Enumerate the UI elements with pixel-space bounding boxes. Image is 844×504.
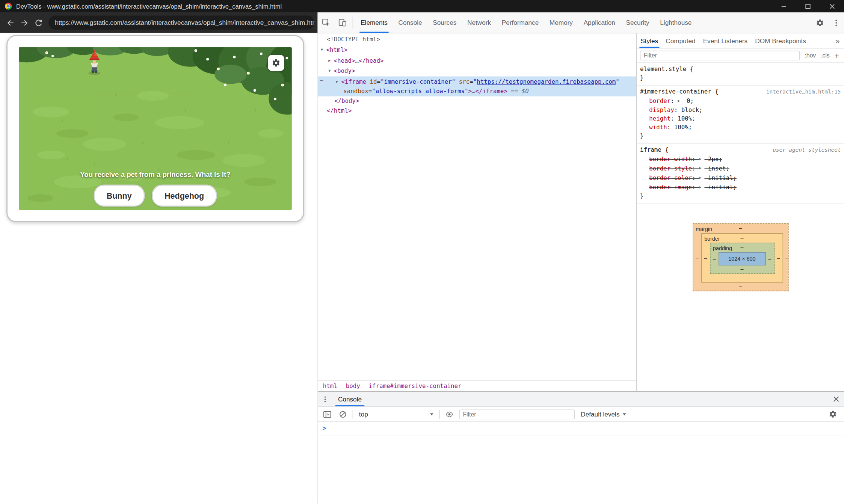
dom-node-body-open[interactable]: ▾<body> — [318, 66, 636, 76]
devtools-more-options-button[interactable] — [828, 12, 844, 33]
console-filter-input[interactable] — [459, 409, 575, 419]
tab-security[interactable]: Security — [621, 12, 655, 33]
back-button[interactable] — [3, 16, 17, 30]
tab-elements[interactable]: Elements — [355, 12, 393, 33]
dom-node-body-close[interactable]: </body> — [318, 97, 636, 106]
back-icon — [6, 18, 14, 26]
game-settings-button[interactable] — [268, 55, 284, 71]
tab-dom-breakpoints[interactable]: DOM Breakpoints — [751, 33, 810, 48]
toggle-hover-state-button[interactable]: :hov — [805, 52, 816, 59]
clear-console-button[interactable] — [337, 410, 349, 418]
live-expression-button[interactable] — [444, 410, 456, 418]
drawer-tab-console[interactable]: Console — [332, 392, 368, 406]
css-declaration[interactable]: display: block; — [640, 106, 841, 115]
window-titlebar: DevTools - www.gstatic.com/assistant/int… — [0, 0, 844, 12]
close-icon — [833, 396, 839, 402]
log-levels-select[interactable]: Default levels — [579, 410, 628, 418]
tab-performance[interactable]: Performance — [496, 12, 544, 33]
dom-node-doctype[interactable]: <!DOCTYPE html> — [318, 35, 636, 45]
css-declaration[interactable]: height: 100%; — [640, 115, 841, 123]
margin-left-value: – — [693, 253, 701, 262]
choice-hedgehog-button[interactable]: Hedgehog — [152, 185, 217, 207]
dom-node-iframe-line1[interactable]: ▸<iframe id="immersive-container" src="h… — [318, 76, 636, 87]
dom-tree: <!DOCTYPE html> ▾<html> ▸<head>…</head> … — [318, 33, 636, 380]
maximize-button[interactable] — [796, 0, 820, 12]
styles-filter-input[interactable] — [640, 51, 800, 60]
url-bar[interactable]: https://www.gstatic.com/assistant/intera… — [48, 16, 314, 30]
tab-memory[interactable]: Memory — [544, 12, 578, 33]
console-messages-area[interactable]: > — [318, 422, 844, 504]
minimize-button[interactable] — [772, 0, 796, 12]
breadcrumb-body[interactable]: body — [346, 382, 360, 389]
forward-button[interactable] — [17, 16, 31, 30]
tab-computed[interactable]: Computed — [662, 33, 699, 48]
close-button[interactable] — [820, 0, 844, 12]
devtools-settings-button[interactable] — [812, 12, 828, 33]
chrome-logo-icon — [5, 3, 12, 10]
dom-node-html-close[interactable]: </html> — [318, 106, 636, 116]
rule-iframe-user-agent[interactable]: user agent stylesheet iframe { border-wi… — [637, 143, 844, 204]
device-toolbar-button[interactable] — [334, 12, 350, 33]
dom-node-head[interactable]: ▸<head>…</head> — [318, 55, 636, 66]
tab-event-listeners[interactable]: Event Listeners — [699, 33, 752, 48]
tab-network[interactable]: Network — [462, 12, 497, 33]
javascript-context-select[interactable]: top — [357, 410, 435, 418]
dom-node-iframe-line2[interactable]: sandbox="allow-scripts allow-forms">…</i… — [318, 87, 636, 97]
maximize-icon — [805, 3, 810, 9]
minimize-icon — [781, 3, 786, 9]
user-agent-stylesheet-label: user agent stylesheet — [769, 146, 841, 154]
dom-overflow-dots[interactable]: … — [320, 74, 324, 84]
console-prompt-row[interactable]: > — [318, 422, 844, 436]
inspect-element-button[interactable] — [318, 12, 334, 33]
console-sidebar-toggle-button[interactable] — [322, 410, 334, 418]
margin-right-value: – — [783, 253, 791, 262]
styles-sidebar: Styles Computed Event Listeners DOM Brea… — [636, 33, 844, 391]
drawer-more-options-button[interactable] — [318, 392, 332, 406]
css-declaration-overridden[interactable]: border-width: ▸ 2px; — [640, 154, 841, 164]
device-frame: You receive a pet from a princess. What … — [6, 35, 304, 222]
game-question-text: You receive a pet from a princess. What … — [19, 171, 292, 178]
refresh-button[interactable] — [31, 16, 45, 30]
styles-sidebar-tabs: Styles Computed Event Listeners DOM Brea… — [637, 33, 844, 48]
tab-lighthouse[interactable]: Lighthouse — [655, 12, 697, 33]
kebab-menu-icon — [322, 395, 329, 403]
new-style-rule-button[interactable]: + — [835, 51, 841, 60]
css-declaration[interactable]: width: 100%; — [640, 123, 841, 131]
css-declaration[interactable]: border: ▸ 0; — [640, 97, 841, 106]
element-style-close: } — [640, 74, 841, 82]
refresh-icon — [34, 18, 42, 26]
more-tabs-chevron[interactable]: » — [831, 33, 844, 48]
element-style-selector: element.style { — [640, 65, 841, 74]
window-main: https://www.gstatic.com/assistant/intera… — [0, 12, 844, 504]
devtools-panel: Elements Console Sources Network Perform… — [317, 12, 844, 504]
chevron-down-icon — [623, 413, 626, 415]
tab-console[interactable]: Console — [393, 12, 427, 33]
breadcrumb-html[interactable]: html — [323, 382, 337, 389]
tab-application[interactable]: Application — [578, 12, 621, 33]
console-settings-button[interactable] — [824, 410, 841, 418]
console-toolbar: top Default levels — [318, 407, 844, 422]
forward-icon — [20, 18, 28, 26]
dom-node-html-open[interactable]: ▾<html> — [318, 45, 636, 55]
style-rules: element.style { } interactive…him.html:1… — [637, 63, 844, 391]
breadcrumb-iframe[interactable]: iframe#immersive-container — [369, 382, 462, 389]
dom-node-iframe-selected[interactable]: … ▸<iframe id="immersive-container" src=… — [318, 76, 636, 97]
padding-right-value: – — [765, 254, 773, 263]
rule-immersive-container[interactable]: interactive…him.html:15 #immersive-conta… — [637, 86, 844, 143]
tab-styles[interactable]: Styles — [637, 33, 662, 48]
css-declaration-overridden[interactable]: border-color: ▸ initial; — [640, 173, 841, 183]
css-declaration-overridden[interactable]: border-style: ▸ inset; — [640, 164, 841, 173]
window-controls — [772, 0, 844, 12]
devtools-tabs: Elements Console Sources Network Perform… — [355, 12, 697, 33]
box-model-padding: padding – – 1024 × — [710, 243, 774, 274]
toggle-element-classes-button[interactable]: .cls — [821, 52, 830, 59]
rule-element-style[interactable]: element.style { } — [637, 63, 844, 86]
close-drawer-button[interactable] — [828, 392, 844, 406]
choice-bunny-button[interactable]: Bunny — [94, 185, 145, 207]
tab-sources[interactable]: Sources — [427, 12, 462, 33]
gear-icon — [816, 18, 824, 26]
browser-navbar: https://www.gstatic.com/assistant/intera… — [0, 12, 317, 33]
toolbar-divider — [353, 17, 353, 29]
stylesheet-source-link[interactable]: interactive…him.html:15 — [762, 88, 841, 97]
css-declaration-overridden[interactable]: border-image: ▸ initial; — [640, 183, 841, 192]
